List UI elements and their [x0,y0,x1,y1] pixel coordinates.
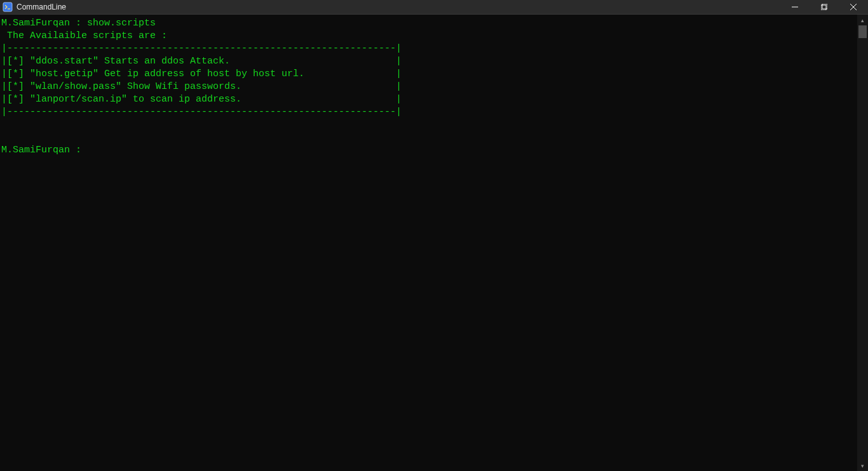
prompt-line[interactable]: M.SamiFurqan : [1,145,87,156]
prompt-user: M.SamiFurqan [1,18,70,29]
app-icon [3,2,13,12]
entered-command: show.scripts [87,18,156,29]
output-row: |[*] "wlan/show.pass" Show Wifi password… [1,81,402,92]
vertical-scrollbar[interactable]: ▴ ▾ [857,15,868,471]
output-header: The Availaible scripts are : [1,30,167,41]
output-row: |[*] "ddos.start" Starts an ddos Attack.… [1,56,402,67]
svg-rect-0 [3,3,12,11]
minimize-button[interactable] [780,0,810,14]
output-divider-top: |---------------------------------------… [1,43,402,54]
prompt-sep: : [70,18,87,29]
svg-rect-4 [821,5,826,10]
window-title: CommandLine [17,3,66,11]
scroll-up-arrow-icon[interactable]: ▴ [857,15,868,25]
output-divider-bottom: |---------------------------------------… [1,107,402,117]
titlebar[interactable]: CommandLine [0,0,868,15]
scroll-thumb[interactable] [858,25,867,38]
svg-rect-5 [822,4,827,9]
terminal-output[interactable]: M.SamiFurqan : show.scripts The Availaib… [0,15,857,471]
maximize-button[interactable] [810,0,839,14]
scroll-down-arrow-icon[interactable]: ▾ [857,460,868,471]
output-row: |[*] "host.getip" Get ip address of host… [1,69,402,79]
output-row: |[*] "lanport/scan.ip" to scan ip addres… [1,94,402,105]
app-window: CommandLine M.SamiFurqan : show.scripts … [0,0,868,471]
client-area: M.SamiFurqan : show.scripts The Availaib… [0,15,868,471]
close-button[interactable] [839,0,868,14]
